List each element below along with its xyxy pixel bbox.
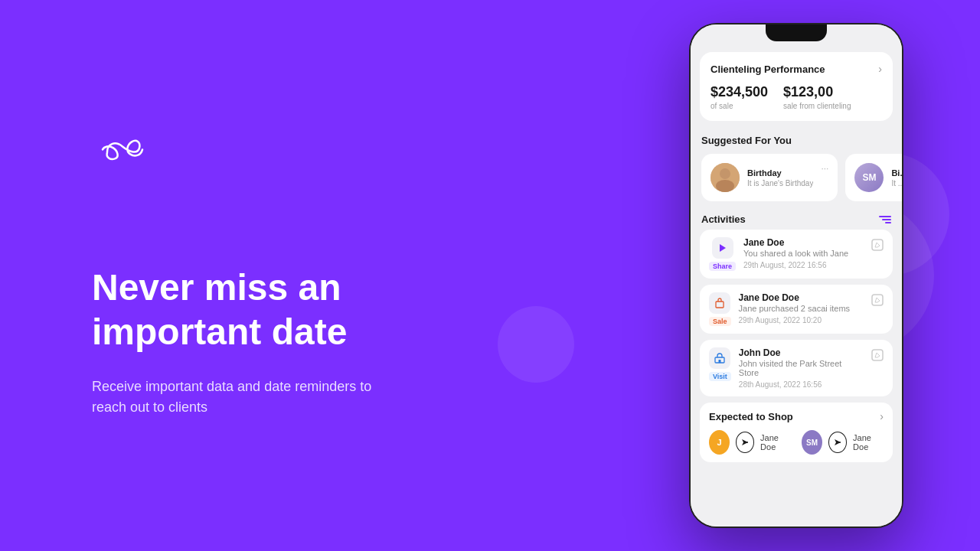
expected-name-2: Jane Doe: [853, 433, 884, 452]
suggested-card-birthday[interactable]: Birthday It is Jane's Birthday ···: [701, 154, 838, 201]
expected-arrow[interactable]: ›: [880, 410, 884, 422]
svg-rect-5: [716, 302, 724, 308]
svg-rect-4: [872, 240, 883, 250]
stat-clienteling: $123,00 sale from clienteling: [783, 84, 851, 110]
suggested-info-1: Birthday It is Jane's Birthday: [747, 168, 813, 187]
bg-circle-3: [498, 306, 574, 383]
activity-time-share: 29th August, 2022 16:56: [743, 261, 864, 269]
activity-card-share: Share Jane Doe You shared a look with Ja…: [700, 230, 893, 279]
expected-nav-2[interactable]: [828, 432, 847, 453]
activity-name-share: Jane Doe: [743, 237, 864, 248]
phone-mockup: Clienteling Performance › $234,500 of sa…: [689, 23, 903, 528]
activity-desc-share: You shared a look with Jane: [743, 249, 864, 258]
suggested-menu-1[interactable]: ···: [821, 163, 828, 174]
expected-avatar-orange: J: [709, 430, 730, 455]
activity-time-sale: 29th August, 2022 10:20: [739, 316, 864, 324]
activity-icon-wrap-visit: Visit: [709, 347, 731, 381]
phone-content: Clienteling Performance › $234,500 of sa…: [691, 24, 902, 527]
activity-icon-wrap-share: Share: [709, 237, 736, 271]
phone-notch: [766, 24, 827, 41]
expected-item-1: J Jane Doe: [709, 430, 791, 455]
activity-content-sale: Jane Doe Doe Jane purchased 2 sacai item…: [739, 292, 864, 324]
activity-edit-visit[interactable]: [871, 349, 884, 364]
svg-rect-8: [719, 360, 721, 363]
activity-badge-share: Share: [709, 262, 736, 271]
stat-clienteling-label: sale from clienteling: [783, 102, 851, 110]
stat-clienteling-value: $123,00: [783, 84, 851, 100]
suggested-type-2: Bi...: [891, 168, 902, 178]
performance-title: Clienteling Performance: [710, 64, 825, 75]
expected-title: Expected to Shop: [709, 411, 793, 422]
activity-icon-wrap-sale: Sale: [709, 292, 731, 326]
svg-rect-9: [872, 350, 883, 360]
suggested-desc-1: It is Jane's Birthday: [747, 179, 813, 187]
expected-item-2: SM Jane Doe: [802, 430, 884, 455]
activity-desc-visit: John visited the Park Street Store: [739, 359, 864, 377]
activity-name-sale: Jane Doe Doe: [739, 292, 864, 303]
activity-name-visit: John Doe: [739, 347, 864, 358]
expected-avatar-purple: SM: [802, 430, 822, 455]
stat-sale-label: of sale: [710, 102, 768, 110]
phone-inner: Clienteling Performance › $234,500 of sa…: [691, 46, 902, 462]
suggested-header: Suggested For You: [691, 129, 902, 151]
logo: [92, 132, 413, 174]
svg-marker-3: [720, 244, 726, 252]
activities-header: Activities: [691, 209, 902, 230]
svg-point-1: [720, 168, 730, 179]
stat-sale-value: $234,500: [710, 84, 768, 100]
activity-icon-sale: [709, 292, 730, 314]
suggested-avatar-1: [710, 163, 740, 192]
activity-content-share: Jane Doe You shared a look with Jane 29t…: [743, 237, 864, 269]
performance-card: Clienteling Performance › $234,500 of sa…: [700, 52, 893, 121]
activity-edit-share[interactable]: [871, 239, 884, 253]
performance-arrow[interactable]: ›: [878, 63, 882, 75]
svg-point-2: [716, 180, 734, 192]
expected-section: Expected to Shop › J: [700, 403, 893, 462]
activity-edit-sale[interactable]: [871, 294, 884, 308]
suggested-avatar-2: SM: [854, 163, 884, 192]
expected-nav-1[interactable]: [736, 432, 754, 453]
expected-name-1: Jane Doe: [760, 433, 791, 452]
activity-time-visit: 28th August, 2022 16:56: [739, 380, 864, 389]
expected-items: J Jane Doe SM: [709, 430, 884, 455]
activity-card-visit: Visit John Doe John visited the Park Str…: [700, 340, 893, 396]
suggested-title: Suggested For You: [701, 135, 792, 146]
logo-icon: [92, 132, 153, 171]
headline: Never miss an important date: [92, 266, 413, 354]
activity-icon-visit: [709, 347, 730, 369]
suggested-type-1: Birthday: [747, 168, 813, 178]
left-content: Never miss an important date Receive imp…: [92, 132, 413, 418]
suggested-info-2: Bi... It ...: [891, 168, 902, 187]
performance-header: Clienteling Performance ›: [710, 63, 882, 75]
expected-section-header: Expected to Shop ›: [709, 410, 884, 422]
filter-line-3: [885, 222, 891, 223]
activities-title: Activities: [701, 214, 746, 225]
svg-rect-6: [872, 295, 883, 305]
activity-desc-sale: Jane purchased 2 sacai items: [739, 304, 864, 313]
activity-content-visit: John Doe John visited the Park Street St…: [739, 347, 864, 389]
activity-card-sale: Sale Jane Doe Doe Jane purchased 2 sacai…: [700, 285, 893, 334]
suggested-scroll: Birthday It is Jane's Birthday ··· SM Bi…: [691, 151, 902, 209]
stat-sale: $234,500 of sale: [710, 84, 768, 110]
activity-icon-share: [712, 237, 733, 259]
activity-badge-sale: Sale: [709, 317, 731, 326]
activity-badge-visit: Visit: [709, 372, 731, 381]
performance-stats: $234,500 of sale $123,00 sale from clien…: [710, 84, 882, 110]
suggested-desc-2: It ...: [891, 179, 902, 187]
filter-line-1: [879, 216, 891, 217]
suggested-card-2[interactable]: SM Bi... It ...: [845, 154, 902, 201]
subtext: Receive important data and date reminder…: [92, 377, 398, 419]
phone-container: Clienteling Performance › $234,500 of sa…: [689, 23, 903, 528]
filter-line-2: [882, 219, 891, 220]
filter-icon[interactable]: [879, 216, 891, 223]
